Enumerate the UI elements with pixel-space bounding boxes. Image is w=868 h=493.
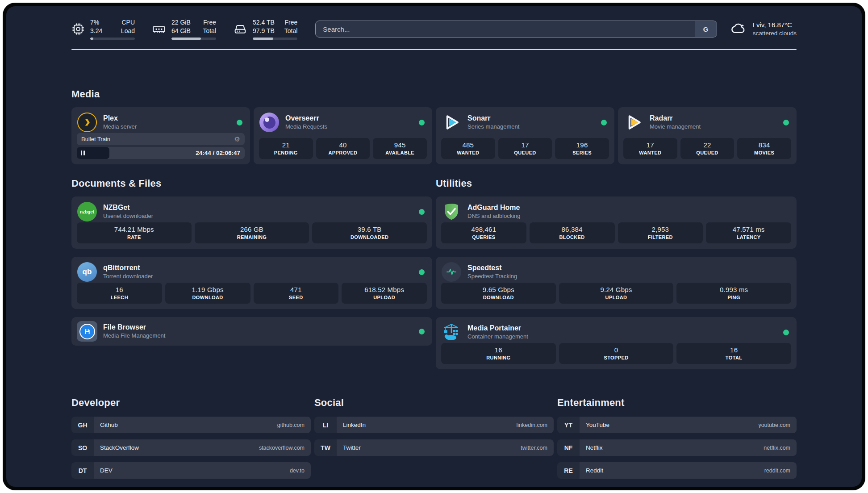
disk-free-value: 52.4 TB bbox=[253, 18, 275, 27]
settings-icon[interactable]: ⚙ bbox=[234, 136, 240, 142]
stat-value: 471 bbox=[255, 286, 337, 293]
bookmark-reddit[interactable]: RE Reddit reddit.com bbox=[557, 462, 797, 479]
stat-value: 9.65 Gbps bbox=[443, 286, 554, 293]
bookmark-dev[interactable]: DT DEV dev.to bbox=[71, 462, 311, 479]
stat-download: 1.19 Gbps DOWNLOAD bbox=[165, 283, 250, 304]
app-card-portainer[interactable]: Media Portainer Container management 16 … bbox=[436, 317, 797, 369]
app-card-radarr[interactable]: Radarr Movie management 17 WANTED 22 QUE… bbox=[618, 107, 797, 164]
section-title-media: Media bbox=[71, 88, 797, 100]
stat-label: DOWNLOAD bbox=[443, 295, 554, 300]
player-track-title: Bullet Train bbox=[81, 136, 110, 142]
stat-value: 17 bbox=[625, 141, 676, 149]
app-title: AdGuard Home bbox=[467, 203, 521, 213]
cpu-stat: 7% 3.24 CPU Load bbox=[71, 18, 135, 40]
bookmark-abbr: SO bbox=[71, 439, 94, 456]
bookmark-name: StackOverflow bbox=[100, 444, 139, 451]
app-card-plex[interactable]: Plex Media server Bullet Train ⚙ 24:44 bbox=[71, 107, 250, 164]
nzbget-icon: nzbget bbox=[77, 201, 97, 222]
section-title-entertainment: Entertainment bbox=[557, 397, 797, 409]
app-subtitle: Container management bbox=[467, 333, 528, 341]
stat-ping: 0.993 ms PING bbox=[676, 283, 791, 304]
stat-value: 17 bbox=[500, 141, 551, 149]
dashboard-frame: 7% 3.24 CPU Load bbox=[3, 3, 865, 490]
status-dot bbox=[783, 330, 789, 335]
stat-download: 9.65 Gbps DOWNLOAD bbox=[441, 283, 556, 304]
app-card-overseerr[interactable]: Overseerr Media Requests 21 PENDING 40 A… bbox=[254, 107, 432, 164]
stat-label: DOWNLOAD bbox=[167, 295, 249, 300]
bookmark-youtube[interactable]: YT YouTube youtube.com bbox=[557, 417, 797, 433]
app-card-qbittorrent[interactable]: qb qBittorrent Torrent downloader 16 LEE… bbox=[71, 257, 432, 309]
app-card-adguard[interactable]: AdGuard Home DNS and adblocking 498,461 … bbox=[436, 196, 797, 249]
stat-value: 834 bbox=[739, 141, 789, 149]
plex-now-playing: Bullet Train ⚙ 24:44 / 02:06:47 bbox=[77, 133, 245, 159]
stat-label: WANTED bbox=[625, 150, 676, 155]
stat-value: 2,953 bbox=[620, 226, 701, 233]
player-time: 24:44 / 02:06:47 bbox=[196, 147, 240, 159]
status-dot bbox=[419, 120, 425, 125]
stat-label: APPROVED bbox=[318, 150, 368, 155]
speedtest-icon bbox=[441, 262, 462, 282]
cpu-icon bbox=[71, 22, 85, 36]
player-progress-bar: 24:44 / 02:06:47 bbox=[77, 147, 245, 159]
stat-label: FILTERED bbox=[620, 234, 701, 240]
disk-stat: 52.4 TB 97.9 TB Free Total bbox=[233, 18, 297, 40]
app-title: NZBGet bbox=[103, 203, 153, 213]
app-title: Radarr bbox=[650, 114, 701, 123]
app-card-nzbget[interactable]: nzbget NZBGet Usenet downloader 744.21 M… bbox=[71, 196, 432, 249]
stat-remaining: 266 GB REMAINING bbox=[195, 222, 309, 243]
portainer-icon bbox=[441, 322, 462, 343]
disk-total-label: Total bbox=[284, 27, 298, 35]
search-input[interactable] bbox=[315, 21, 717, 38]
stat-label: SEED bbox=[255, 295, 337, 300]
stat-value: 266 GB bbox=[196, 226, 308, 233]
overseerr-icon bbox=[259, 112, 280, 133]
app-card-speedtest[interactable]: Speedtest Speedtest Tracking 9.65 Gbps D… bbox=[436, 257, 797, 309]
bookmark-abbr: GH bbox=[71, 417, 94, 433]
cpu-load-value: 3.24 bbox=[90, 27, 102, 35]
app-subtitle: Series management bbox=[467, 123, 519, 131]
bookmark-abbr: RE bbox=[557, 462, 580, 479]
adguard-icon bbox=[441, 201, 462, 222]
stat-label: PENDING bbox=[261, 150, 311, 155]
media-section: Media Plex Media server bbox=[71, 88, 797, 164]
bookmark-netflix[interactable]: NF Netflix netflix.com bbox=[557, 439, 797, 456]
app-subtitle: Torrent downloader bbox=[103, 273, 153, 280]
app-card-sonarr[interactable]: Sonarr Series management 485 WANTED 17 Q… bbox=[436, 107, 614, 164]
stat-value: 16 bbox=[443, 346, 554, 354]
app-subtitle: Usenet downloader bbox=[103, 213, 153, 220]
bookmark-github[interactable]: GH Github github.com bbox=[71, 417, 311, 433]
stat-value: 22 bbox=[682, 141, 733, 149]
stat-label: UPLOAD bbox=[343, 295, 425, 300]
section-title-social: Social bbox=[314, 397, 554, 409]
documents-section: Documents & Files nzbget NZBGet Usenet d… bbox=[71, 178, 432, 369]
memory-total-value: 64 GiB bbox=[171, 27, 191, 35]
plex-icon bbox=[77, 112, 97, 133]
stat-stopped: 0 STOPPED bbox=[559, 343, 674, 364]
stat-label: QUERIES bbox=[443, 234, 525, 240]
app-card-filebrowser[interactable]: File Browser Media File Management bbox=[71, 317, 432, 346]
bookmark-url: reddit.com bbox=[764, 468, 790, 474]
stat-value: 16 bbox=[79, 286, 160, 293]
bookmark-linkedin[interactable]: LI LinkedIn linkedin.com bbox=[314, 417, 554, 433]
bookmark-name: Reddit bbox=[586, 467, 603, 474]
stat-value: 485 bbox=[443, 141, 493, 149]
stat-value: 0.993 ms bbox=[678, 286, 789, 293]
bookmark-stackoverflow[interactable]: SO StackOverflow stackoverflow.com bbox=[71, 439, 311, 456]
search-bar: G bbox=[315, 21, 717, 38]
adguard-stats: 498,461 QUERIES 86,384 BLOCKED 2,953 FIL… bbox=[441, 222, 791, 243]
overseerr-stats: 21 PENDING 40 APPROVED 945 AVAILABLE bbox=[259, 138, 427, 159]
memory-total-label: Total bbox=[203, 27, 216, 35]
bookmark-url: stackoverflow.com bbox=[259, 445, 305, 451]
weather-location-temp: Lviv, 16.87°C bbox=[753, 20, 797, 29]
stat-label: QUEUED bbox=[500, 150, 551, 155]
stat-wanted: 485 WANTED bbox=[441, 138, 495, 159]
bookmark-twitter[interactable]: TW Twitter twitter.com bbox=[314, 439, 554, 456]
stat-blocked: 86,384 BLOCKED bbox=[530, 222, 615, 243]
stat-total: 16 TOTAL bbox=[676, 343, 791, 364]
search-provider-button[interactable]: G bbox=[695, 21, 717, 37]
stat-queries: 498,461 QUERIES bbox=[441, 222, 526, 243]
bookmark-abbr: NF bbox=[557, 439, 580, 456]
stat-label: PING bbox=[678, 295, 789, 300]
stat-queued: 22 QUEUED bbox=[680, 138, 734, 159]
bookmark-name: Github bbox=[100, 422, 118, 428]
